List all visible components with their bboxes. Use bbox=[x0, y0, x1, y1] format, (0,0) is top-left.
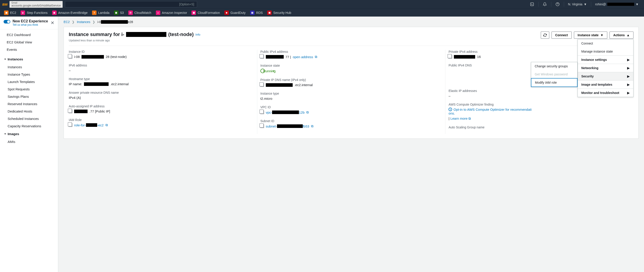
open-address-link[interactable]: open address bbox=[293, 55, 313, 59]
feedback-link[interactable]: Tell us what you think bbox=[12, 23, 48, 26]
service-shortcut[interactable]: λLambda bbox=[92, 10, 110, 15]
sidebar-item-amis[interactable]: AMIs bbox=[0, 138, 58, 145]
service-shortcut[interactable]: ▣EC2 bbox=[4, 10, 16, 15]
service-shortcut[interactable]: ◉Amazon EventBridge bbox=[52, 10, 88, 15]
notifications-icon[interactable] bbox=[542, 2, 547, 6]
sidebar-item-scheduled-instances[interactable]: Scheduled Instances bbox=[0, 115, 58, 122]
caret-down-icon: ▼ bbox=[584, 2, 587, 6]
sidebar-item-savings-plans[interactable]: Savings Plans bbox=[0, 93, 58, 100]
breadcrumb-ec2[interactable]: EC2 bbox=[64, 20, 70, 24]
copy-icon[interactable] bbox=[69, 123, 72, 127]
region-selector[interactable]: N. Virginia▼ bbox=[568, 2, 587, 6]
sidebar: New EC2 Experience Tell us what you thin… bbox=[0, 16, 58, 272]
vpc-id-value: vpc-12b ⧉ bbox=[260, 110, 442, 114]
menu-security[interactable]: Security▶ bbox=[578, 72, 633, 80]
sidebar-item-instance-types[interactable]: Instance Types bbox=[0, 71, 58, 78]
caret-right-icon: ▶ bbox=[627, 74, 630, 78]
menu-connect[interactable]: Connect bbox=[578, 39, 633, 47]
service-shortcut[interactable]: ⬙Step Functions bbox=[20, 10, 48, 15]
service-shortcut[interactable]: ▣Security Hub bbox=[267, 10, 291, 15]
public-ipv4-value: 77 | open address ⧉ bbox=[260, 55, 442, 59]
field-label: IAM Role bbox=[69, 118, 254, 122]
hostname-type-value: IP name:.ec2.internal bbox=[69, 82, 254, 86]
caret-right-icon: ▶ bbox=[627, 91, 630, 95]
breadcrumb-instances[interactable]: Instances bbox=[77, 20, 90, 24]
submenu-change-sg[interactable]: Change security groups bbox=[531, 62, 577, 70]
service-shortcut[interactable]: ▦CloudFormation bbox=[192, 10, 220, 15]
sidebar-item-dashboard[interactable]: EC2 Dashboard bbox=[0, 31, 58, 38]
external-link-icon[interactable]: ⧉ bbox=[315, 55, 317, 59]
cloudshell-icon[interactable] bbox=[530, 2, 534, 6]
menu-instance-settings[interactable]: Instance settings▶ bbox=[578, 55, 633, 64]
optimizer-link[interactable]: Opt-in to AWS Compute Optimizer for reco… bbox=[454, 108, 532, 111]
account-menu[interactable]: rohini@▼ bbox=[595, 2, 639, 6]
new-experience-toggle[interactable] bbox=[4, 20, 10, 23]
sidebar-item-instances[interactable]: Instances bbox=[0, 63, 58, 71]
menu-networking[interactable]: Networking▶ bbox=[578, 64, 633, 72]
service-shortcut[interactable]: ◆GuardDuty bbox=[224, 10, 246, 15]
menu-manage-state[interactable]: Manage instance state bbox=[578, 47, 633, 55]
sidebar-item-dedicated-hosts[interactable]: Dedicated Hosts bbox=[0, 108, 58, 115]
service-shortcut[interactable]: ◔CloudWatch bbox=[128, 10, 151, 15]
external-link-icon[interactable]: ⧉ bbox=[106, 123, 108, 127]
service-shortcut[interactable]: ⌕Amazon Inspector bbox=[156, 10, 187, 15]
sidebar-section-instances[interactable]: Instances bbox=[0, 55, 58, 63]
sidebar-item-reserved-instances[interactable]: Reserved Instances bbox=[0, 100, 58, 108]
global-nav: aw Gmail accounts.google.com/b/0/AddMail… bbox=[0, 0, 644, 8]
external-link-icon[interactable]: ⧉ bbox=[311, 124, 314, 128]
external-link-icon[interactable]: ⧉ bbox=[306, 110, 309, 114]
menu-monitor[interactable]: Monitor and troubleshoot▶ bbox=[578, 89, 633, 97]
copy-icon[interactable] bbox=[260, 110, 264, 114]
field-label: Subnet ID bbox=[260, 119, 442, 123]
instance-id-value: i-0828 (test-node) bbox=[69, 55, 254, 59]
copy-icon[interactable] bbox=[260, 83, 264, 87]
service-shortcut[interactable]: ▤RDS bbox=[250, 10, 263, 15]
copy-icon[interactable] bbox=[260, 124, 264, 128]
info-link[interactable]: Info bbox=[196, 33, 200, 36]
sidebar-item-spot-requests[interactable]: Spot Requests bbox=[0, 85, 58, 93]
service-shortcut[interactable]: ▣S3 bbox=[114, 10, 124, 15]
iam-role-link[interactable]: role-for--ec2 bbox=[74, 123, 104, 127]
menu-image-templates[interactable]: Image and templates▶ bbox=[578, 80, 633, 89]
chevron-right-icon: ❯ bbox=[72, 20, 74, 24]
external-link-icon[interactable]: ⧉ bbox=[468, 117, 471, 120]
submenu-modify-iam[interactable]: Modify IAM role bbox=[531, 78, 578, 87]
aws-logo[interactable]: aw bbox=[2, 2, 8, 7]
actions-button[interactable]: Actions▲ bbox=[610, 31, 634, 39]
refresh-button[interactable] bbox=[541, 31, 549, 39]
iam-role-value: role-for--ec2 ⧉ bbox=[69, 123, 254, 127]
breadcrumb-instance-id: i-0e28 bbox=[98, 20, 133, 24]
copy-icon[interactable] bbox=[69, 110, 72, 113]
field-label: Answer private resource DNS name bbox=[69, 91, 254, 94]
copy-icon[interactable] bbox=[448, 55, 452, 59]
field-label: Hostname type bbox=[69, 77, 254, 81]
subnet-link[interactable]: subnet-fb53 bbox=[266, 124, 309, 128]
learn-more-link[interactable]: Learn more bbox=[450, 117, 468, 120]
sidebar-item-capacity-reservations[interactable]: Capacity Reservations bbox=[0, 122, 58, 130]
instance-state-value: Running bbox=[260, 69, 279, 73]
sidebar-item-events[interactable]: Events bbox=[0, 46, 58, 53]
optimizer-link[interactable]: ons. bbox=[448, 111, 455, 115]
copy-icon[interactable] bbox=[260, 55, 264, 59]
chevron-right-icon: ❯ bbox=[92, 20, 95, 24]
sidebar-section-images[interactable]: Images bbox=[0, 130, 58, 138]
services-bar: ▣EC2 ⬙Step Functions ◉Amazon EventBridge… bbox=[0, 8, 644, 16]
help-icon[interactable] bbox=[555, 2, 560, 6]
browser-url-hint: Gmail accounts.google.com/b/0/AddMailSer… bbox=[10, 1, 63, 8]
instance-state-button[interactable]: Instance state▼ bbox=[574, 31, 607, 39]
sidebar-item-global-view[interactable]: EC2 Global View bbox=[0, 38, 58, 46]
copy-icon[interactable] bbox=[69, 55, 72, 59]
global-search[interactable]: [Option+S] bbox=[65, 1, 197, 7]
field-label: Auto Scaling Group name bbox=[448, 125, 630, 129]
vpc-link[interactable]: vpc-12b bbox=[266, 110, 304, 114]
ipv6-value: – bbox=[69, 68, 254, 72]
subnet-id-value: subnet-fb53 ⧉ bbox=[260, 124, 442, 128]
security-submenu: Change security groups Get Windows passw… bbox=[531, 62, 578, 87]
close-icon[interactable]: ✕ bbox=[50, 20, 54, 25]
caret-right-icon: ▶ bbox=[627, 83, 630, 86]
caret-right-icon: ▶ bbox=[627, 58, 630, 61]
main-content: EC2 ❯ Instances ❯ i-0e28 Instance summar… bbox=[58, 16, 644, 272]
page-title: Instance summary for i- (test-node) Info bbox=[69, 31, 200, 37]
sidebar-item-launch-templates[interactable]: Launch Templates bbox=[0, 78, 58, 85]
connect-button[interactable]: Connect bbox=[552, 31, 572, 39]
